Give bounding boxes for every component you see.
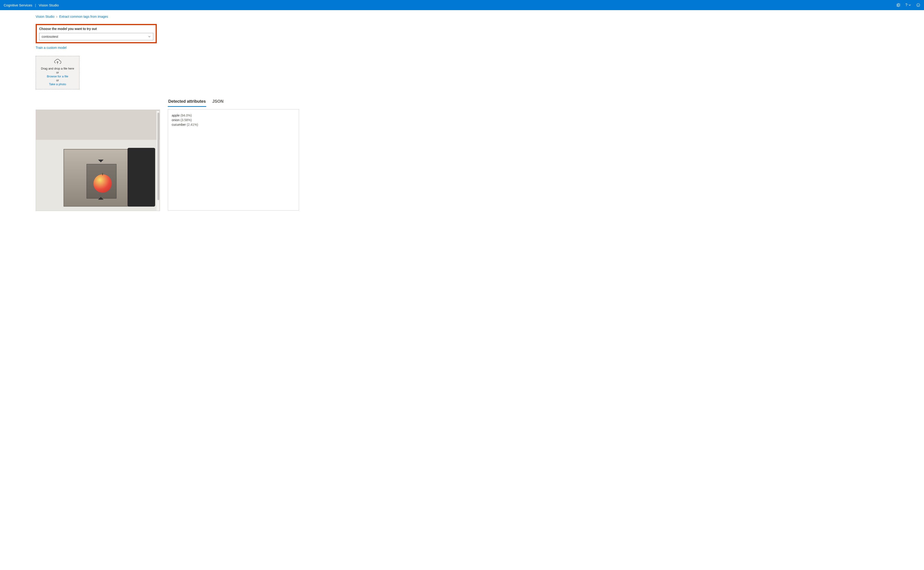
result-confidence: (94.0%): [180, 113, 192, 117]
result-row: cucumber (2.41%): [172, 123, 295, 126]
results-box: apple (94.0%) onion (3.58%) cucumber (2.…: [168, 109, 299, 210]
cloud-upload-icon: [53, 59, 62, 65]
tab-detected-attributes[interactable]: Detected attributes: [168, 98, 206, 107]
result-name: onion: [172, 118, 180, 122]
result-name: cucumber: [172, 123, 186, 126]
model-selected-value: contosotest: [42, 35, 58, 38]
svg-point-1: [918, 5, 918, 5]
scrollbar-thumb[interactable]: [157, 113, 159, 200]
chevron-down-icon: [908, 4, 911, 6]
results-row: ▲ Detected attributes JSON apple (94.0%)…: [36, 98, 888, 211]
result-row: apple (94.0%): [172, 113, 295, 117]
breadcrumb-root[interactable]: Vision Studio: [36, 15, 54, 18]
product-name: Vision Studio: [39, 3, 59, 7]
dropzone-drag-text: Drag and drop a file here: [38, 67, 77, 70]
result-name: apple: [172, 113, 180, 117]
take-photo-link[interactable]: Take a photo: [38, 83, 77, 86]
header-title-group: Cognitive Services | Vision Studio: [4, 3, 59, 7]
svg-point-2: [919, 5, 919, 5]
app-header: Cognitive Services | Vision Studio ?: [0, 0, 924, 10]
tab-json[interactable]: JSON: [212, 98, 224, 107]
dropzone-or-1: or: [38, 71, 77, 74]
header-divider: |: [35, 3, 36, 7]
help-menu[interactable]: ?: [906, 3, 911, 7]
result-confidence: (2.41%): [187, 123, 198, 126]
train-custom-model-link[interactable]: Train a custom model: [36, 46, 67, 49]
header-actions: ?: [896, 3, 920, 7]
model-chooser-highlight: Choose the model you want to try out con…: [36, 24, 157, 43]
dropzone-or-2: or: [38, 78, 77, 82]
breadcrumb-current[interactable]: Extract common tags from images: [59, 15, 108, 18]
svg-point-0: [916, 3, 920, 7]
file-dropzone[interactable]: Drag and drop a file here or Browse for …: [36, 56, 79, 89]
smiley-icon[interactable]: [916, 3, 920, 7]
chevron-right-icon: ›: [56, 15, 57, 18]
results-panel: Detected attributes JSON apple (94.0%) o…: [168, 98, 888, 210]
breadcrumb: Vision Studio › Extract common tags from…: [36, 15, 888, 18]
question-icon: ?: [906, 3, 907, 7]
model-chooser-label: Choose the model you want to try out: [39, 27, 153, 31]
result-confidence: (3.58%): [180, 118, 192, 122]
results-tabs: Detected attributes JSON: [168, 98, 888, 107]
preview-image: [36, 110, 160, 211]
service-name: Cognitive Services: [4, 3, 32, 7]
result-row: onion (3.58%): [172, 118, 295, 122]
gear-icon[interactable]: [896, 3, 900, 7]
image-preview-column: ▲: [36, 98, 160, 211]
browse-file-link[interactable]: Browse for a file: [38, 75, 77, 78]
main-content: Vision Studio › Extract common tags from…: [0, 10, 924, 216]
image-preview-box: ▲: [36, 110, 160, 211]
model-select-dropdown[interactable]: contosotest: [39, 33, 153, 40]
chevron-down-icon: [148, 35, 151, 38]
